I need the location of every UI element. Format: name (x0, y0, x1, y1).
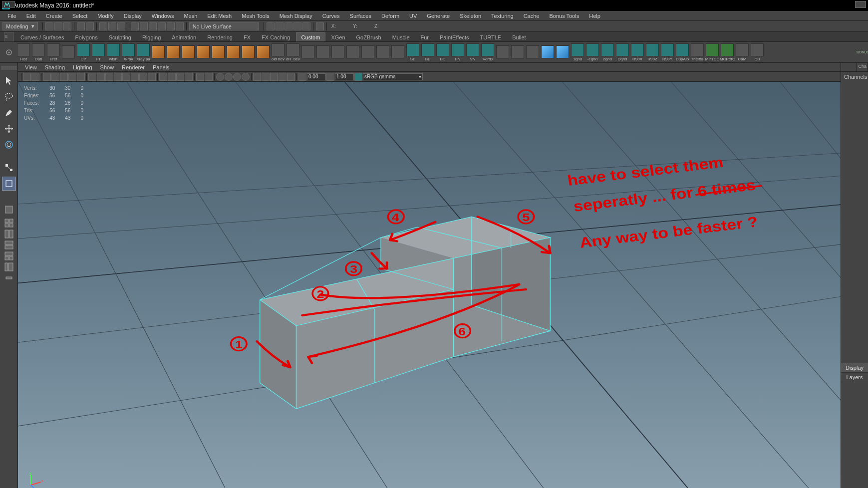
redo-icon[interactable] (86, 22, 94, 30)
view-menu-shading[interactable]: Shading (41, 64, 69, 70)
shelf-item-2grid[interactable]: 2grid (600, 43, 615, 61)
shelf-item-19[interactable] (300, 45, 315, 59)
shelf-tab-custom[interactable]: Custom (296, 32, 326, 41)
layout-icon[interactable] (316, 22, 324, 30)
menu-select[interactable]: Select (67, 13, 93, 19)
shelf-item-R90Z[interactable]: R90Z (645, 43, 660, 61)
shelf-item-16[interactable] (256, 45, 271, 59)
shelf-item-24[interactable] (375, 45, 390, 59)
shelf-item-25[interactable] (390, 45, 405, 59)
menu-modify[interactable]: Modify (92, 13, 118, 19)
shelf-item-DupAlo[interactable]: DupAlo (675, 43, 690, 61)
view-menu-show[interactable]: Show (96, 64, 118, 70)
menu-generate[interactable]: Generate (422, 13, 455, 19)
layout-outliner-tool[interactable] (2, 262, 16, 271)
shelf-item-20[interactable] (315, 45, 330, 59)
vib-gamma-input[interactable] (335, 73, 354, 80)
shelf-tab-bullet[interactable]: Bullet (507, 32, 532, 41)
menu-help[interactable]: Help (584, 13, 605, 19)
vib-shade-icon[interactable] (139, 73, 147, 81)
menu-edit-mesh[interactable]: Edit Mesh (202, 13, 237, 19)
vib-light1-icon[interactable] (159, 73, 167, 81)
live-surface-dropdown[interactable]: No Live Surface (189, 22, 259, 30)
vib-res-icon[interactable] (114, 73, 122, 81)
shelf-item-22[interactable] (345, 45, 360, 59)
shelf-tab-painteffects[interactable]: PaintEffects (434, 32, 475, 41)
shelf-item-10[interactable] (166, 45, 181, 59)
vib-camera-icon[interactable] (23, 73, 31, 81)
shelf-item-1grid[interactable]: 1grid (570, 43, 585, 61)
shelf-item-VertD[interactable]: VertD (480, 43, 495, 61)
timeline-sound-icon[interactable] (855, 1, 866, 8)
menu-file[interactable]: File (2, 13, 21, 19)
shelf-item-CaM[interactable]: CaM (735, 43, 750, 61)
vib-colorspace-dropdown[interactable]: sRGB gamma ▾ (363, 73, 423, 80)
layout-custom-tool[interactable] (2, 273, 16, 282)
view-menu-view[interactable]: View (21, 64, 41, 70)
menu-create[interactable]: Create (41, 13, 67, 19)
vib-i1-icon[interactable] (43, 73, 51, 81)
viewport[interactable]: 1 2 3 4 5 6 have to select them seperatl… (18, 82, 841, 488)
vib-i3-icon[interactable] (60, 73, 68, 81)
save-scene-icon[interactable] (63, 22, 71, 30)
undo-icon[interactable] (77, 22, 85, 30)
menu-bonus-tools[interactable]: Bonus Tools (544, 13, 584, 19)
maya-runtime-icon[interactable] (2, 1, 15, 8)
vib-c4-icon[interactable] (242, 73, 250, 81)
shelf-tab-curves-surfaces[interactable]: Curves / Surfaces (15, 32, 69, 41)
vib-gate-icon[interactable] (105, 73, 113, 81)
shelf-item-21[interactable] (330, 45, 345, 59)
rotate-tool[interactable] (2, 138, 16, 152)
layout-three-tool[interactable] (2, 251, 16, 260)
shelf-menu-icon[interactable]: ≡ (4, 32, 14, 41)
snap-grid-icon[interactable] (131, 22, 139, 30)
layout-two-v-tool[interactable] (2, 241, 16, 249)
layout-single-tool[interactable] (2, 203, 16, 217)
shelf-tab-turtle[interactable]: TURTLE (475, 32, 507, 41)
shelf-item-R90X[interactable]: R90X (630, 43, 645, 61)
construct-history-icon[interactable] (267, 22, 275, 30)
paint-select-tool[interactable] (2, 106, 16, 120)
vib-wire-icon[interactable] (131, 73, 139, 81)
shelf-item-MPTCC[interactable]: MPTCC (705, 43, 720, 61)
snap-plane-icon[interactable] (158, 22, 166, 30)
menu-display[interactable]: Display (119, 13, 147, 19)
snap-surface-icon[interactable] (167, 22, 175, 30)
vib-safe-icon[interactable] (122, 73, 130, 81)
layout-four-tool[interactable] (2, 219, 16, 228)
menu-skeleton[interactable]: Skeleton (455, 13, 486, 19)
lasso-tool[interactable] (2, 90, 16, 104)
vib-exposure-icon[interactable] (298, 73, 306, 81)
menu-mesh-tools[interactable]: Mesh Tools (237, 13, 274, 19)
view-menu-renderer[interactable]: Renderer (118, 64, 149, 70)
shelf-item-VN[interactable]: VN (465, 43, 480, 61)
shelf-tab-gozbrush[interactable]: GoZBrush (351, 32, 387, 41)
render-region-icon[interactable] (293, 22, 301, 30)
vib-xray-icon[interactable] (205, 73, 213, 81)
shelf-item-shelfto[interactable]: shelfto (690, 43, 705, 61)
shelf-item-Hist[interactable]: Hist (16, 43, 31, 61)
shelf-item-BC[interactable]: BC (435, 43, 450, 61)
shelf-item-23[interactable] (360, 45, 375, 59)
select-comp-icon[interactable] (117, 22, 125, 30)
view-menu-panels[interactable]: Panels (149, 64, 174, 70)
shelf-item-34[interactable] (525, 45, 540, 59)
shelf-item-3[interactable] (61, 45, 76, 59)
vib-film-icon[interactable] (97, 73, 105, 81)
vib-c2-icon[interactable] (225, 73, 233, 81)
shelf-item-Pref[interactable]: Pref (46, 43, 61, 61)
vib-ex4-icon[interactable] (279, 73, 287, 81)
shelf-item-SE[interactable]: SE (405, 43, 420, 61)
menu-surfaces[interactable]: Surfaces (345, 13, 376, 19)
layout-two-h-tool[interactable] (2, 230, 16, 239)
ipr-icon[interactable] (285, 22, 292, 30)
snap-point-icon[interactable] (149, 22, 157, 30)
shelf-tab-xgen[interactable]: XGen (325, 32, 350, 41)
menu-curves[interactable]: Curves (317, 13, 345, 19)
vib-i5-icon[interactable] (77, 73, 85, 81)
shelf-item-R90Y[interactable]: R90Y (660, 43, 675, 61)
shelf-item-Outl[interactable]: Outl (31, 43, 46, 61)
shelf-tab-sculpting[interactable]: Sculpting (103, 32, 137, 41)
shelf-item-MCPtrfC[interactable]: MCPtrfC (720, 43, 735, 61)
shelf-item-36[interactable] (555, 45, 570, 59)
